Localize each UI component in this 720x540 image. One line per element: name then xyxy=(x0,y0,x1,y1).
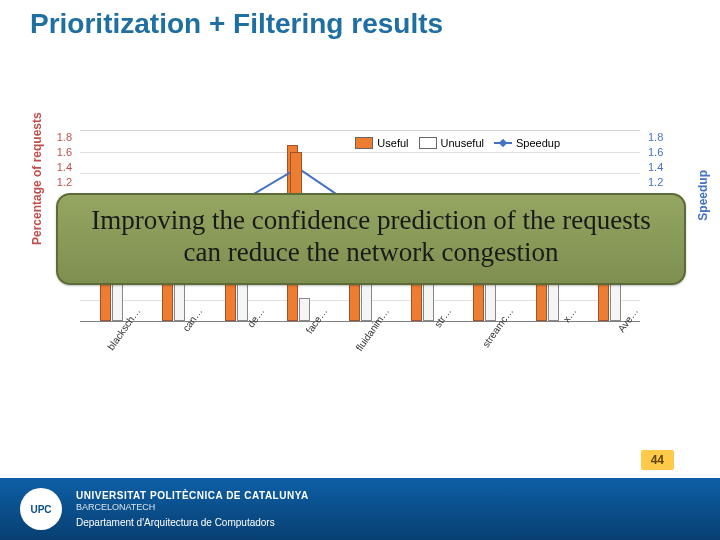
y-tick-left: 1.8 xyxy=(50,130,72,145)
bar-peek-icon xyxy=(290,152,302,196)
footer-line3: Departament d'Arquitectura de Computador… xyxy=(76,516,309,529)
callout-box: Improving the confidence prediction of t… xyxy=(56,193,686,285)
footer-line2: BARCELONATECH xyxy=(76,502,309,514)
y-tick-right: 1.4 xyxy=(648,160,670,175)
bar-unuseful xyxy=(174,282,185,321)
y-tick-right: 1.6 xyxy=(648,145,670,160)
page-number: 44 xyxy=(641,450,674,470)
y-axis-right-label: Speedup xyxy=(696,170,710,221)
x-categories: blacksch…can…de…face…fluidanim…str…strea… xyxy=(80,325,640,338)
bar-unuseful xyxy=(237,282,248,321)
y-tick-left: 1.6 xyxy=(50,145,72,160)
footer: UPC UNIVERSITAT POLITÈCNICA DE CATALUNYA… xyxy=(0,478,720,540)
y-tick-left: 1.4 xyxy=(50,160,72,175)
bar-unuseful xyxy=(610,282,621,321)
footer-text: UNIVERSITAT POLITÈCNICA DE CATALUNYA BAR… xyxy=(76,489,309,529)
y-tick-right: 1.8 xyxy=(648,130,670,145)
y-tick-right: 1.2 xyxy=(648,175,670,190)
slide: Prioritization + Filtering results Perce… xyxy=(0,0,720,540)
bar-unuseful xyxy=(361,282,372,321)
y-axis-left-label: Percentage of requests xyxy=(30,112,44,245)
bar-unuseful xyxy=(548,282,559,321)
callout-text: Improving the confidence prediction of t… xyxy=(91,205,650,267)
upc-logo-icon: UPC xyxy=(20,488,62,530)
footer-line1: UNIVERSITAT POLITÈCNICA DE CATALUNYA xyxy=(76,489,309,502)
slide-title: Prioritization + Filtering results xyxy=(30,8,443,40)
y-tick-left: 1.2 xyxy=(50,175,72,190)
